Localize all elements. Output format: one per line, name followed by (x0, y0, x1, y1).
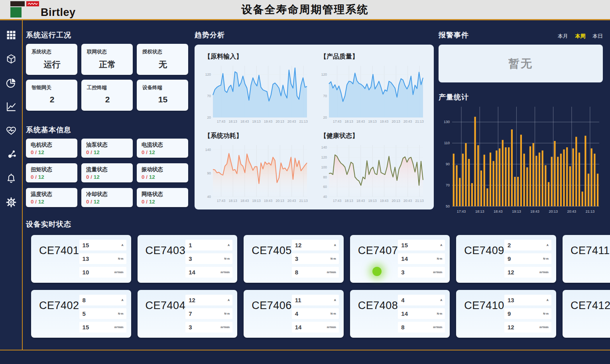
chart-gridlines (452, 107, 599, 206)
info-card-count: 0 / 12 (31, 174, 73, 180)
device-metric-unit: A (547, 299, 549, 301)
svg-text:20:43: 20:43 (567, 209, 577, 213)
svg-text:17:43: 17:43 (333, 119, 342, 123)
info-card-count: 0 / 12 (31, 149, 73, 155)
ops-status-card[interactable]: 工控终端 2 (81, 80, 133, 111)
device-card[interactable]: CE7405 12 A 3 N·m 8 m³/min (244, 235, 344, 283)
device-metric-value: 8 (295, 269, 298, 276)
device-metric-row: 15 A (79, 240, 126, 250)
device-card[interactable]: CE7412 6 A 15 N·m 10 m³/min (563, 290, 610, 338)
info-status-card[interactable]: 温度状态 0 / 12 (26, 188, 77, 207)
info-status-card[interactable]: 电机状态 0 / 12 (26, 139, 77, 158)
svg-text:19:43: 19:43 (264, 119, 273, 123)
device-metrics: 15 A 13 N·m 10 m³/min (79, 240, 126, 278)
molecule-icon[interactable] (5, 149, 17, 160)
device-metric-value: 3 (295, 255, 298, 262)
device-metric-row: 3 m³/min (398, 267, 445, 278)
device-card[interactable]: CE7407 15 A 14 N·m 3 m³/min (350, 235, 450, 283)
svg-text:17:43: 17:43 (333, 199, 342, 203)
grid-icon[interactable] (5, 29, 17, 41)
svg-text:70: 70 (446, 183, 450, 187)
device-metric-value: 5 (83, 310, 86, 317)
device-metric-row: 3 N·m (292, 253, 339, 264)
info-card-label: 冷却状态 (86, 191, 129, 198)
ops-status-card[interactable]: 设备终端 15 (137, 80, 188, 111)
alarm-tabs: 本月 本周 本日 (439, 33, 603, 40)
device-metric-unit: m³/min (220, 271, 230, 274)
device-metrics: 11 A 4 N·m 14 m³/min (292, 295, 339, 333)
info-status-card[interactable]: 振动状态 0 / 12 (137, 163, 188, 182)
device-name: CE7412 (571, 299, 610, 312)
svg-text:20: 20 (207, 115, 211, 119)
device-card[interactable]: CE7403 1 A 3 N·m 14 m³/min (138, 235, 238, 283)
device-metric-value: 8 (83, 297, 86, 303)
svg-text:18:43: 18:43 (494, 209, 503, 213)
svg-text:20:13: 20:13 (276, 119, 285, 123)
device-name: CE7411 (571, 245, 610, 257)
svg-text:18:13: 18:13 (229, 119, 238, 123)
alarm-tab-本月[interactable]: 本月 (558, 33, 568, 40)
ops-card-value: 正常 (87, 59, 128, 70)
device-metric-value: 14 (189, 269, 195, 276)
ops-status-card[interactable]: 授权状态 无 (137, 44, 188, 75)
device-metric-row: 9 N·m (504, 253, 551, 264)
device-metric-value: 12 (508, 269, 514, 276)
device-metric-value: 12 (508, 324, 514, 331)
svg-text:19:43: 19:43 (530, 209, 539, 213)
info-card-label: 流量状态 (86, 166, 129, 173)
pie-chart-icon[interactable] (5, 77, 17, 89)
svg-text:17:43: 17:43 (217, 199, 226, 203)
trend-chart-cell: 【健康状态】 40608010012014017:4318:1318:4319:… (317, 129, 427, 206)
device-card[interactable]: CE7408 4 A 14 N·m 8 m³/min (350, 290, 450, 338)
info-card-count: 0 / 12 (86, 199, 129, 205)
ops-status-card[interactable]: 联网状态 正常 (81, 44, 133, 75)
gear-icon[interactable] (5, 196, 17, 208)
device-card[interactable]: CE7401 15 A 13 N·m 10 m³/min (31, 235, 131, 283)
alarm-tab-本日[interactable]: 本日 (592, 33, 603, 40)
bell-icon[interactable] (5, 172, 17, 184)
info-section-title: 系统基本信息 (26, 125, 71, 135)
device-metric-value: 15 (83, 242, 89, 249)
cube-icon[interactable] (5, 53, 17, 65)
device-card[interactable]: CE7402 8 A 5 N·m 15 m³/min (31, 290, 131, 338)
health-pulse-icon[interactable] (5, 125, 17, 137)
device-metric-unit: N·m (331, 257, 336, 260)
device-name: CE7401 (39, 245, 79, 257)
device-card[interactable]: CE7409 2 A 9 N·m 12 m³/min (456, 235, 556, 283)
svg-text:19:43: 19:43 (380, 119, 389, 123)
device-metric-unit: N·m (224, 312, 230, 315)
alarm-tab-本周[interactable]: 本周 (575, 33, 585, 40)
info-status-card[interactable]: 网络状态 0 / 12 (137, 188, 188, 207)
info-status-card[interactable]: 油泵状态 0 / 12 (81, 139, 133, 158)
device-metric-value: 7 (189, 310, 192, 317)
device-metric-unit: m³/min (327, 271, 336, 274)
svg-text:120: 120 (321, 155, 327, 159)
device-metric-value: 4 (295, 310, 298, 317)
ops-status-card[interactable]: 智能网关 2 (26, 80, 77, 111)
device-metrics: 12 A 3 N·m 8 m³/min (292, 240, 339, 278)
svg-text:17:43: 17:43 (457, 209, 466, 213)
info-status-card[interactable]: 扭矩状态 0 / 12 (26, 163, 77, 182)
info-card-count: 0 / 12 (142, 199, 184, 205)
svg-text:19:13: 19:13 (512, 209, 521, 213)
device-metric-row: 12 m³/min (504, 322, 551, 333)
device-card[interactable]: CE7411 10 A 15 N·m 11 m³/min (563, 235, 610, 283)
info-status-card[interactable]: 电流状态 0 / 12 (137, 139, 188, 158)
line-chart-icon[interactable] (5, 101, 17, 113)
svg-text:120: 120 (321, 72, 327, 76)
svg-text:40: 40 (207, 195, 211, 199)
svg-text:19:13: 19:13 (252, 119, 261, 123)
trend-chart-title: 【产品质量】 (320, 53, 427, 61)
device-card[interactable]: CE7410 13 A 9 N·m 12 m³/min (456, 290, 556, 338)
trend-panel: 【原料输入】 207012017:4318:1318:4319:1319:432… (195, 45, 434, 209)
info-status-card[interactable]: 冷却状态 0 / 12 (81, 188, 133, 207)
svg-text:40: 40 (323, 195, 327, 199)
device-metric-unit: N·m (224, 257, 230, 260)
device-card[interactable]: CE7404 12 A 7 N·m 3 m³/min (138, 290, 238, 338)
device-metrics: 15 A 14 N·m 3 m³/min (398, 240, 445, 278)
info-status-card[interactable]: 流量状态 0 / 12 (81, 163, 133, 182)
ops-status-card[interactable]: 系统状态 运行 (26, 44, 77, 75)
svg-text:18:13: 18:13 (345, 119, 354, 123)
svg-text:110: 110 (444, 141, 450, 145)
device-card[interactable]: CE7406 11 A 4 N·m 14 m³/min (244, 290, 344, 338)
